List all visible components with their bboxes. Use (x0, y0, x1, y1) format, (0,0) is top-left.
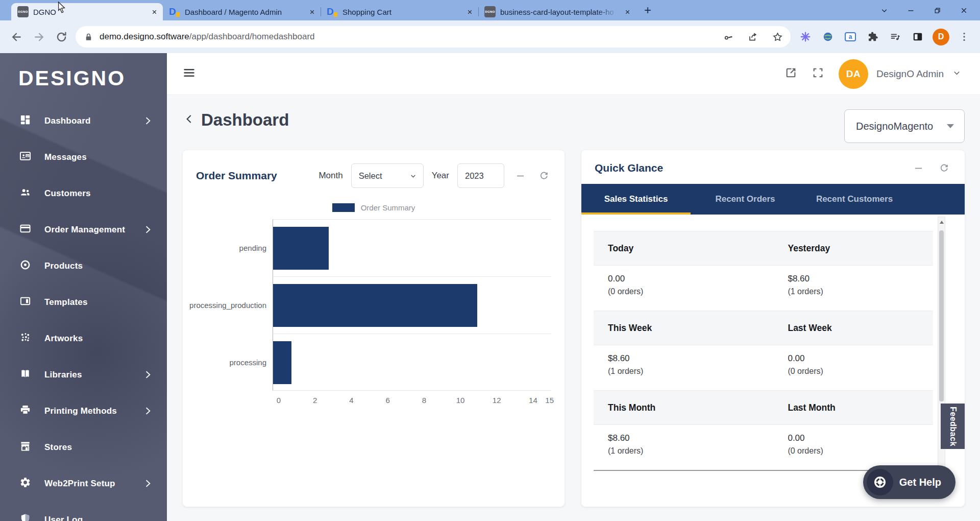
fullscreen-icon[interactable] (812, 66, 824, 81)
chart-bar[interactable] (273, 284, 477, 327)
sidebar-item-customers[interactable]: Customers (0, 175, 167, 211)
refresh-icon[interactable] (936, 160, 951, 176)
forward-button[interactable] (28, 26, 50, 48)
order-summary-title: Order Summary (196, 170, 277, 182)
page-title: Dashboard (201, 110, 289, 130)
user-menu[interactable]: DA DesignO Admin (839, 59, 962, 89)
x-tick-label: 14 (529, 396, 537, 405)
bar-area (273, 276, 551, 334)
bookmark-star-icon[interactable] (768, 28, 787, 46)
tab-title: Shopping Cart (342, 8, 460, 16)
browser-tab[interactable]: D Dashboard / Magento Admin (163, 3, 321, 20)
playlist-music-icon[interactable] (886, 27, 905, 46)
chart-bar[interactable] (273, 341, 291, 384)
sidebar-item-label: Customers (44, 188, 154, 199)
tab-recent-customers[interactable]: Recent Customers (800, 184, 909, 215)
puzzle-extensions-icon[interactable] (863, 27, 883, 46)
share-icon[interactable] (744, 28, 762, 46)
sidebar-item-templates[interactable]: Templates (0, 284, 167, 320)
stat-label: Yesterday (773, 243, 933, 254)
order-summary-chart: pending processing_production processing… (196, 219, 551, 408)
stat-orders: (0 orders) (608, 287, 773, 296)
book-icon (19, 368, 31, 382)
stat-orders: (1 orders) (608, 367, 773, 376)
feedback-tab[interactable]: Feedback (941, 404, 965, 449)
sidebar-item-order-management[interactable]: Order Management (0, 211, 167, 248)
window-restore-button[interactable] (926, 2, 948, 18)
month-select[interactable]: Select (351, 163, 424, 188)
get-help-button[interactable]: Get Help (863, 465, 955, 499)
stats-section: This Week Last Week $8.60 (1 orders) 0.0… (594, 311, 933, 385)
side-panel-icon[interactable] (908, 27, 927, 46)
sidebar-item-libraries[interactable]: Libraries (0, 357, 167, 393)
collapse-minus-icon[interactable] (911, 160, 926, 176)
browser-profile-avatar[interactable]: D (933, 29, 949, 45)
sidebar-item-label: Web2Print Setup (44, 479, 129, 489)
stat-label: Last Week (773, 323, 933, 334)
window-close-button[interactable] (952, 2, 975, 18)
stat-orders: (0 orders) (788, 446, 933, 456)
back-button[interactable] (5, 26, 28, 48)
tab-sales-statistics[interactable]: Sales Statistics (581, 184, 691, 215)
people-icon (19, 186, 31, 200)
scroll-up-arrow-icon[interactable] (940, 221, 944, 224)
sidebar-item-stores[interactable]: Stores (0, 429, 167, 465)
sidebar-item-products[interactable]: Products (0, 248, 167, 284)
sidebar-item-label: Templates (44, 297, 154, 307)
tag-a-extension-icon[interactable]: a (841, 27, 860, 46)
select-chevron-icon (409, 172, 417, 180)
credit-card-icon (19, 223, 31, 236)
year-input[interactable] (457, 163, 504, 188)
tab-close-icon[interactable] (307, 7, 316, 16)
browser-menu-kebab-icon[interactable] (954, 27, 974, 46)
tab-search-chevron-icon[interactable] (873, 2, 895, 18)
stat-orders: (1 orders) (788, 287, 933, 296)
store-selector-dropdown[interactable]: DesignoMagento (844, 109, 965, 143)
year-label: Year (432, 171, 449, 181)
address-bar[interactable]: demo.designo.software/app/dashboard/home… (76, 26, 791, 48)
stat-label: This Month (594, 402, 773, 413)
bar-area (273, 219, 551, 276)
new-tab-button[interactable]: + (640, 3, 655, 18)
collapse-minus-icon[interactable] (512, 168, 528, 183)
x-tick-label: 15 (545, 396, 554, 405)
sidebar-item-printing-methods[interactable]: Printing Methods (0, 393, 167, 429)
dropdown-caret-icon (947, 124, 954, 128)
browser-window: DGNO DGNO D Dashboard / Magento Admin D … (0, 0, 980, 521)
chart-row: pending (196, 219, 551, 276)
hamburger-menu-icon[interactable] (182, 66, 196, 82)
tab-close-icon[interactable] (623, 7, 632, 16)
sidebar-item-dashboard[interactable]: Dashboard (0, 103, 167, 139)
globe-extension-icon[interactable] (818, 27, 838, 46)
category-label: processing_production (196, 276, 273, 334)
tab-title: DGNO (33, 8, 145, 16)
browser-tab[interactable]: DGNO DGNO (11, 3, 163, 20)
tab-recent-orders[interactable]: Recent Orders (691, 184, 800, 215)
stat-value: $8.60 (788, 274, 933, 284)
sidebar-item-web2print-setup[interactable]: Web2Print Setup (0, 465, 167, 502)
sidebar-item-label: User Log (44, 515, 154, 521)
browser-tab[interactable]: DGNO business-card-layout-template-ho (478, 3, 636, 20)
starburst-extension-icon[interactable] (796, 27, 815, 46)
gear-icon (19, 477, 31, 490)
chart-bar[interactable] (273, 227, 329, 270)
sidebar-item-messages[interactable]: Messages (0, 139, 167, 175)
sidebar-item-artworks[interactable]: Artworks (0, 320, 167, 357)
stat-label: Last Month (773, 402, 933, 413)
scrollbar-thumb[interactable] (939, 230, 944, 401)
external-link-icon[interactable] (785, 66, 797, 81)
tab-close-icon[interactable] (465, 7, 474, 16)
tab-close-icon[interactable] (150, 7, 159, 16)
stat-label: This Week (594, 323, 773, 334)
password-key-icon[interactable] (719, 28, 738, 46)
back-chevron-icon[interactable] (183, 112, 196, 128)
sidebar-item-user-log[interactable]: User Log (0, 502, 167, 521)
window-minimize-button[interactable] (899, 2, 922, 18)
chart-row: processing (196, 334, 551, 391)
reload-button[interactable] (50, 26, 72, 48)
browser-tab[interactable]: D Shopping Cart (321, 3, 478, 20)
browser-tabstrip: DGNO DGNO D Dashboard / Magento Admin D … (0, 0, 980, 20)
browser-toolbar: demo.designo.software/app/dashboard/home… (0, 20, 980, 53)
refresh-icon[interactable] (536, 168, 551, 183)
x-tick-label: 8 (422, 396, 426, 405)
